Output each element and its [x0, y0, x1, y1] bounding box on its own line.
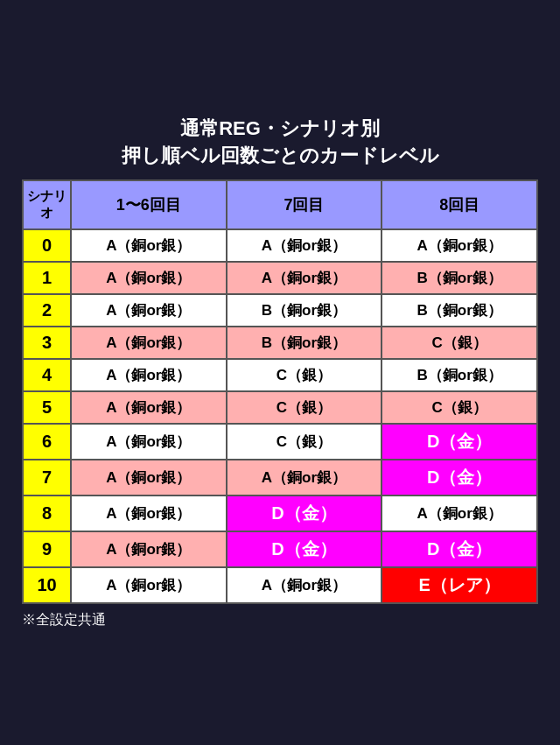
col3-cell: B（銅or銀）: [382, 262, 537, 294]
table-row: 10A（銅or銀）A（銅or銀）E（レア）: [23, 567, 537, 603]
col3-cell: D（金）: [382, 531, 537, 567]
col1-header: 1〜6回目: [71, 180, 227, 229]
col2-cell: A（銅or銀）: [227, 460, 382, 495]
col1-cell: A（銅or銀）: [71, 327, 227, 359]
col1-cell: A（銅or銀）: [71, 359, 227, 391]
col3-cell: C（銀）: [382, 327, 537, 359]
col2-cell: A（銅or銀）: [227, 229, 382, 262]
table-row: 6A（銅or銀）C（銀）D（金）: [23, 424, 537, 460]
page-title: 通常REG・シナリオ別 押し順ベル回数ごとのカードレベル: [22, 116, 538, 170]
col3-header: 8回目: [382, 180, 537, 229]
col3-cell: E（レア）: [382, 567, 537, 603]
col1-cell: A（銅or銀）: [71, 495, 227, 531]
table-row: 9A（銅or銀）D（金）D（金）: [23, 531, 537, 567]
col1-cell: A（銅or銀）: [71, 262, 227, 294]
col1-cell: A（銅or銀）: [71, 424, 227, 460]
table-row: 3A（銅or銀）B（銅or銀）C（銀）: [23, 327, 537, 359]
title-line1: 通常REG・シナリオ別: [180, 117, 380, 139]
col3-cell: A（銅or銀）: [382, 495, 537, 531]
col2-cell: C（銀）: [227, 359, 382, 391]
scenario-cell: 8: [23, 495, 71, 531]
title-line2: 押し順ベル回数ごとのカードレベル: [122, 144, 439, 166]
scenario-cell: 2: [23, 294, 71, 327]
table-header-row: シナリオ 1〜6回目 7回目 8回目: [23, 180, 537, 229]
scenario-cell: 9: [23, 531, 71, 567]
col1-cell: A（銅or銀）: [71, 567, 227, 603]
scenario-cell: 0: [23, 229, 71, 262]
col2-cell: B（銅or銀）: [227, 327, 382, 359]
col2-cell: A（銅or銀）: [227, 567, 382, 603]
col2-header: 7回目: [227, 180, 382, 229]
table-row: 7A（銅or銀）A（銅or銀）D（金）: [23, 460, 537, 495]
scenario-cell: 4: [23, 359, 71, 391]
col1-cell: A（銅or銀）: [71, 391, 227, 424]
table-row: 1A（銅or銀）A（銅or銀）B（銅or銀）: [23, 262, 537, 294]
table-row: 2A（銅or銀）B（銅or銀）B（銅or銀）: [23, 294, 537, 327]
table-row: 8A（銅or銀）D（金）A（銅or銀）: [23, 495, 537, 531]
col2-cell: C（銀）: [227, 424, 382, 460]
col1-cell: A（銅or銀）: [71, 460, 227, 495]
col1-cell: A（銅or銀）: [71, 229, 227, 262]
col3-cell: A（銅or銀）: [382, 229, 537, 262]
main-container: 通常REG・シナリオ別 押し順ベル回数ごとのカードレベル シナリオ 1〜6回目 …: [9, 102, 551, 643]
table-row: 5A（銅or銀）C（銀）C（銀）: [23, 391, 537, 424]
col3-cell: C（銀）: [382, 391, 537, 424]
table-body: 0A（銅or銀）A（銅or銀）A（銅or銀）1A（銅or銀）A（銅or銀）B（銅…: [23, 229, 537, 603]
col1-cell: A（銅or銀）: [71, 531, 227, 567]
scenario-cell: 6: [23, 424, 71, 460]
col2-cell: A（銅or銀）: [227, 262, 382, 294]
scenario-header: シナリオ: [23, 180, 71, 229]
col2-cell: C（銀）: [227, 391, 382, 424]
table-row: 0A（銅or銀）A（銅or銀）A（銅or銀）: [23, 229, 537, 262]
col1-cell: A（銅or銀）: [71, 294, 227, 327]
scenario-cell: 7: [23, 460, 71, 495]
col2-cell: B（銅or銀）: [227, 294, 382, 327]
col2-cell: D（金）: [227, 495, 382, 531]
scenario-cell: 10: [23, 567, 71, 603]
col3-cell: D（金）: [382, 424, 537, 460]
scenario-cell: 3: [23, 327, 71, 359]
table-row: 4A（銅or銀）C（銀）B（銅or銀）: [23, 359, 537, 391]
col3-cell: B（銅or銀）: [382, 359, 537, 391]
col3-cell: D（金）: [382, 460, 537, 495]
card-level-table: シナリオ 1〜6回目 7回目 8回目 0A（銅or銀）A（銅or銀）A（銅or銀…: [22, 179, 538, 604]
col3-cell: B（銅or銀）: [382, 294, 537, 327]
scenario-cell: 1: [23, 262, 71, 294]
footnote: ※全設定共通: [22, 611, 538, 629]
col2-cell: D（金）: [227, 531, 382, 567]
scenario-cell: 5: [23, 391, 71, 424]
